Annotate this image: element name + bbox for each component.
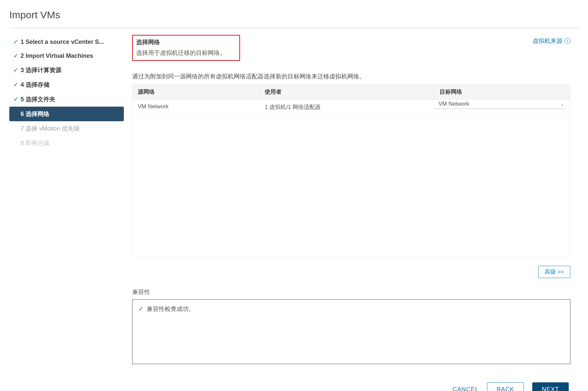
- cancel-button[interactable]: CANCEL: [453, 386, 479, 391]
- step-label: 6 选择网络: [21, 110, 49, 118]
- wizard-main-panel: 选择网络 选择用于虚拟机迁移的目标网络。 虚拟机来源 i 通过为附加到同一源网络…: [124, 35, 579, 391]
- wizard-body: ✓ 1 Select a source vCenter S... ✓ 2 Imp…: [9, 35, 579, 391]
- step-7: 7 选择 vMotion 优先级: [9, 121, 124, 136]
- vm-source-link-text: 虚拟机来源: [533, 37, 562, 45]
- wizard-footer: CANCEL BACK NEXT: [132, 382, 570, 391]
- check-icon: ✓: [13, 52, 21, 59]
- info-icon: i: [564, 38, 570, 44]
- step-2[interactable]: ✓ 2 Import Virtual Machines: [9, 49, 124, 63]
- network-mapping-table: 源网络 使用者 目标网络 VM Network 1 虚拟机/1 网络适配器 VM…: [132, 84, 570, 257]
- dest-network-dropdown[interactable]: VM Network ⌄: [434, 101, 566, 109]
- advanced-button[interactable]: 高级 >>: [538, 266, 570, 278]
- compatibility-result: ✓ 兼容性检查成功。: [138, 305, 564, 313]
- check-icon: ✓: [13, 96, 21, 103]
- step-label: 4 选择存储: [21, 81, 49, 89]
- step-4[interactable]: ✓ 4 选择存储: [9, 77, 124, 92]
- table-body[interactable]: VM Network 1 虚拟机/1 网络适配器 VM Network ⌄: [132, 99, 570, 257]
- step-8: 8 即将完成: [9, 136, 124, 150]
- chevron-down-icon: ⌄: [560, 101, 564, 107]
- cell-dest-network: VM Network ⌄: [434, 99, 570, 115]
- col-dest-network: 目标网络: [434, 85, 570, 99]
- step-label: 5 选择文件夹: [21, 95, 55, 103]
- dialog-title: Import VMs: [9, 9, 579, 28]
- step-5[interactable]: ✓ 5 选择文件夹: [9, 92, 124, 107]
- check-icon: ✓: [138, 305, 143, 313]
- step-3[interactable]: ✓ 3 选择计算资源: [9, 63, 124, 77]
- dropdown-value: VM Network: [438, 101, 469, 107]
- cell-used-by: 1 虚拟机/1 网络适配器: [259, 99, 434, 115]
- vm-source-link[interactable]: 虚拟机来源 i: [533, 37, 570, 45]
- step-1[interactable]: ✓ 1 Select a source vCenter S...: [9, 35, 124, 49]
- compatibility-label: 兼容性: [132, 288, 570, 296]
- next-button[interactable]: NEXT: [532, 382, 569, 391]
- col-source-network: 源网络: [132, 85, 259, 99]
- check-icon: ✓: [13, 81, 21, 88]
- wizard-steps-sidebar: ✓ 1 Select a source vCenter S... ✓ 2 Imp…: [9, 35, 124, 391]
- compatibility-message: 兼容性检查成功。: [147, 305, 195, 313]
- step-label: 2 Import Virtual Machines: [21, 52, 93, 59]
- highlight-annotation: 选择网络 选择用于虚拟机迁移的目标网络。: [132, 35, 240, 61]
- step-label: 3 选择计算资源: [21, 66, 61, 74]
- step-label: 7 选择 vMotion 优先级: [21, 125, 80, 133]
- table-header: 源网络 使用者 目标网络: [132, 85, 570, 99]
- advanced-row: 高级 >>: [132, 266, 570, 278]
- check-icon: ✓: [13, 66, 21, 74]
- step-label: 1 Select a source vCenter S...: [21, 39, 104, 46]
- panel-title: 选择网络: [136, 38, 235, 46]
- check-icon: ✓: [13, 38, 21, 46]
- cell-source-network: VM Network: [132, 99, 259, 115]
- col-used-by: 使用者: [259, 85, 434, 99]
- panel-header-row: 选择网络 选择用于虚拟机迁移的目标网络。 虚拟机来源 i: [132, 35, 570, 61]
- compatibility-box: ✓ 兼容性检查成功。: [132, 299, 570, 364]
- instruction-text: 通过为附加到同一源网络的所有虚拟机网络适配器选择新的目标网络来迁移虚拟机网络。: [132, 72, 570, 80]
- step-6-active[interactable]: 6 选择网络: [9, 107, 124, 121]
- back-button[interactable]: BACK: [487, 382, 524, 391]
- step-label: 8 即将完成: [21, 139, 49, 147]
- table-row: VM Network 1 虚拟机/1 网络适配器 VM Network ⌄: [132, 99, 570, 115]
- panel-subtitle: 选择用于虚拟机迁移的目标网络。: [136, 49, 235, 57]
